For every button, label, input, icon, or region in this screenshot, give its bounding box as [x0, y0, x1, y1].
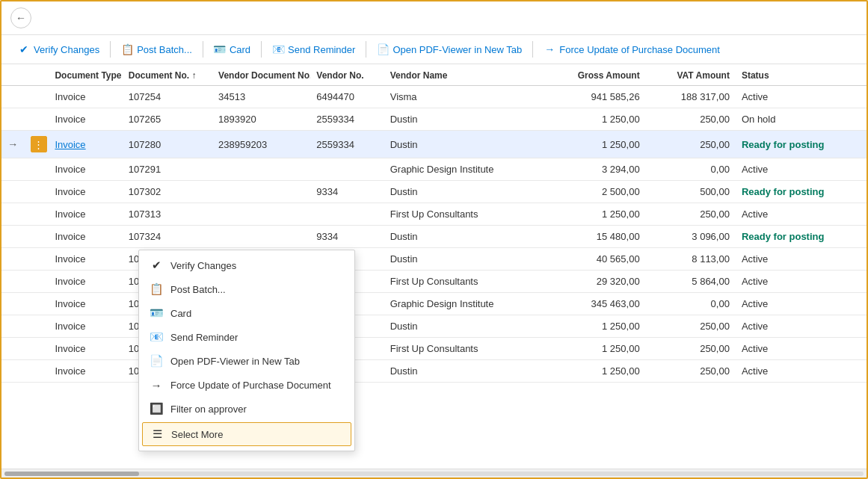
content-area: Document Type ↑ Document No. ↑ Vendor Do… — [1, 64, 867, 469]
td-vendor-name: Dustin — [384, 315, 548, 338]
td-vendor-name: First Up Consultants — [384, 203, 548, 226]
td-vat-amount: 250,00 — [646, 360, 736, 383]
th-vendor-name: Vendor Name — [384, 64, 548, 86]
context-menu-item-ctx-post[interactable]: 📋 Post Batch... — [139, 277, 354, 301]
td-vendor-no: 2559334 — [310, 131, 384, 158]
td-vendor-no: 6494470 — [310, 86, 384, 108]
toolbar-btn-force-update[interactable]: →Force Update of Purchase Document — [536, 40, 727, 59]
td-dots — [25, 158, 49, 181]
td-gross-amount: 29 320,00 — [547, 271, 645, 293]
td-arrow — [1, 108, 25, 131]
td-arrow — [1, 360, 25, 383]
table-row[interactable]: Invoice 107302 9334 Dustin 2 500,00 500,… — [1, 181, 867, 203]
td-arrow: → — [1, 131, 25, 158]
td-doc-type: Invoice — [49, 248, 122, 271]
table-row[interactable]: Invoice 107265 1893920 2559334 Dustin 1 … — [1, 108, 867, 131]
td-doc-type: Invoice — [49, 108, 122, 131]
td-dots — [25, 108, 49, 131]
td-status: Ready for posting — [736, 131, 867, 158]
context-menu-item-ctx-pdf[interactable]: 📄 Open PDF-Viewer in New Tab — [139, 349, 354, 373]
td-vat-amount: 250,00 — [646, 203, 736, 226]
th-vendor-doc: Vendor Document No. — [212, 64, 310, 86]
context-menu-item-ctx-card[interactable]: 🪪 Card — [139, 301, 354, 325]
td-arrow — [1, 226, 25, 248]
table-row[interactable]: → ⋮ Invoice 107280 238959203 2559334 Dus… — [1, 131, 867, 158]
td-doc-type: Invoice — [49, 86, 122, 108]
table-row[interactable]: Invoice 107390 9334 Dustin 1 250,00 250,… — [1, 360, 867, 383]
td-vat-amount: 250,00 — [646, 338, 736, 360]
td-dots — [25, 226, 49, 248]
ctx-icon-ctx-selectmore: ☰ — [150, 427, 164, 441]
td-arrow — [1, 271, 25, 293]
td-doc-type: Invoice — [49, 293, 122, 315]
td-arrow — [1, 338, 25, 360]
table-row[interactable]: Invoice 107357 Graphic Design Institute … — [1, 293, 867, 315]
context-menu-item-ctx-force[interactable]: → Force Update of Purchase Document — [139, 373, 354, 397]
td-doc-no: 107324 — [123, 226, 212, 248]
td-vendor-doc-no — [212, 226, 310, 248]
td-doc-type: Invoice — [49, 271, 122, 293]
td-vendor-doc-no — [212, 158, 310, 181]
td-status: Active — [736, 360, 867, 383]
toolbar-icon-verify-changes: ✔ — [18, 43, 30, 55]
td-vendor-name: Dustin — [384, 226, 548, 248]
th-gross-amount: Gross Amount — [547, 64, 645, 86]
ctx-icon-ctx-verify: ✔ — [150, 259, 163, 272]
row-context-button[interactable]: ⋮ — [31, 136, 47, 152]
td-doc-no: 107265 — [123, 108, 212, 131]
td-doc-no: 107302 — [123, 181, 212, 203]
td-status: Active — [736, 293, 867, 315]
title-bar: ← — [1, 1, 867, 35]
td-vendor-name: Graphic Design Institute — [384, 158, 548, 181]
back-button[interactable]: ← — [10, 7, 31, 28]
td-arrow — [1, 158, 25, 181]
toolbar-btn-card[interactable]: 🪪Card — [206, 40, 258, 59]
table-row[interactable]: Invoice 107368 9334 Dustin 1 250,00 250,… — [1, 315, 867, 338]
toolbar-btn-send-reminder[interactable]: 📧Send Reminder — [265, 40, 363, 59]
th-status: Status — [736, 64, 867, 86]
td-vendor-doc-no: 34513 — [212, 86, 310, 108]
th-vendor-no: Vendor No. — [310, 64, 384, 86]
context-menu-item-ctx-verify[interactable]: ✔ Verify Changes — [139, 253, 354, 277]
td-gross-amount: 15 480,00 — [547, 226, 645, 248]
td-doc-type: Invoice — [49, 226, 122, 248]
toolbar-icon-force-update: → — [544, 43, 555, 55]
context-menu-item-ctx-reminder[interactable]: 📧 Send Reminder — [139, 325, 354, 349]
td-vat-amount: 0,00 — [646, 158, 736, 181]
table-row[interactable]: Invoice 107324 9334 Dustin 15 480,00 3 0… — [1, 226, 867, 248]
table-row[interactable]: Invoice 107291 Graphic Design Institute … — [1, 158, 867, 181]
ctx-icon-ctx-post: 📋 — [150, 282, 163, 296]
toolbar-btn-open-pdf-viewer[interactable]: 📄Open PDF-Viewer in New Tab — [369, 40, 529, 59]
td-vat-amount: 500,00 — [646, 181, 736, 203]
td-gross-amount: 1 250,00 — [547, 338, 645, 360]
table-row[interactable]: Invoice 107335 9334 Dustin 40 565,00 8 1… — [1, 248, 867, 271]
ctx-label-ctx-filter: Filter on approver — [170, 404, 247, 415]
horizontal-scrollbar[interactable] — [1, 469, 867, 478]
td-arrow — [1, 293, 25, 315]
table-row[interactable]: Invoice 107313 First Up Consultants 1 25… — [1, 203, 867, 226]
toolbar-btn-verify-changes[interactable]: ✔Verify Changes — [10, 40, 107, 59]
context-menu-item-ctx-selectmore[interactable]: ☰ Select More — [142, 422, 351, 446]
td-status: Active — [736, 86, 867, 108]
context-menu: ✔ Verify Changes 📋 Post Batch... 🪪 Card … — [138, 250, 355, 451]
th-doc-type: Document Type ↑ — [49, 64, 122, 86]
toolbar-btn-post-batch[interactable]: 📋Post Batch... — [114, 40, 200, 59]
td-doc-type: Invoice — [49, 158, 122, 181]
td-gross-amount: 1 250,00 — [547, 360, 645, 383]
main-window: ← ✔Verify Changes📋Post Batch...🪪Card📧Sen… — [0, 0, 868, 479]
th-dots — [25, 64, 49, 86]
ctx-icon-ctx-force: → — [150, 378, 163, 392]
table-row[interactable]: Invoice 107254 34513 6494470 Visma 941 5… — [1, 86, 867, 108]
context-menu-item-ctx-filter[interactable]: 🔲 Filter on approver — [139, 397, 354, 421]
data-table: Document Type ↑ Document No. ↑ Vendor Do… — [1, 64, 867, 383]
td-arrow — [1, 203, 25, 226]
table-row[interactable]: Invoice 107346 First Up Consultants 29 3… — [1, 271, 867, 293]
td-vat-amount: 5 864,00 — [646, 271, 736, 293]
td-gross-amount: 40 565,00 — [547, 248, 645, 271]
th-arrow — [1, 64, 25, 86]
table-row[interactable]: Invoice 107379 First Up Consultants 1 25… — [1, 338, 867, 360]
scrollbar-thumb[interactable] — [4, 472, 139, 476]
td-status: Active — [736, 338, 867, 360]
td-gross-amount: 941 585,26 — [547, 86, 645, 108]
table-wrapper[interactable]: Document Type ↑ Document No. ↑ Vendor Do… — [1, 64, 867, 469]
